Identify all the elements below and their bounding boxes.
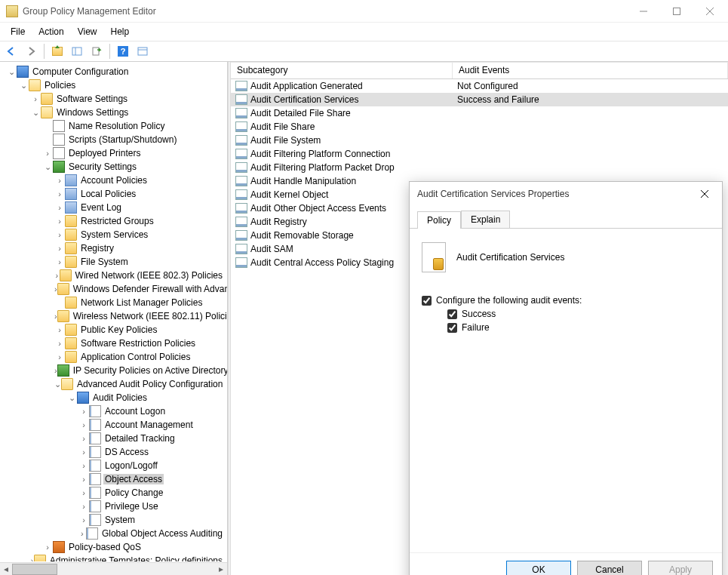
tree-item[interactable]: ›Software Settings	[3, 92, 227, 106]
tree-item[interactable]: ›Software Restriction Policies	[3, 337, 227, 350]
list-item[interactable]: Audit Detailed File Share	[231, 106, 728, 120]
expand-icon[interactable]: ›	[78, 475, 89, 484]
dialog-titlebar[interactable]: Audit Certification Services Properties	[410, 182, 722, 206]
tree-item[interactable]: ›Local Policies	[3, 187, 227, 201]
expand-icon[interactable]: ›	[54, 217, 65, 226]
maximize-button[interactable]	[660, 1, 693, 22]
menu-help[interactable]: Help	[105, 25, 136, 38]
tree-item[interactable]: ›Administrative Templates: Policy defini…	[3, 554, 227, 561]
tree-item[interactable]: ›System	[3, 513, 227, 527]
expand-icon[interactable]: ›	[78, 529, 86, 538]
dialog-close-button[interactable]	[695, 184, 714, 204]
menu-action[interactable]: Action	[32, 25, 69, 38]
tree-item[interactable]: ›File System	[3, 255, 227, 269]
tree-item[interactable]: ⌄Computer Configuration	[3, 65, 227, 78]
properties-button[interactable]	[134, 43, 151, 60]
expand-icon[interactable]: ›	[78, 420, 89, 429]
scroll-right-icon[interactable]: ▸	[215, 564, 227, 575]
expand-icon[interactable]: ›	[78, 502, 89, 511]
tree-item[interactable]: ›Policy-based QoS	[3, 540, 227, 554]
list-item[interactable]: Audit Filtering Platform Packet Drop	[231, 161, 728, 174]
tree-item[interactable]: ⌄Advanced Audit Policy Configuration	[3, 377, 227, 391]
collapse-icon[interactable]: ⌄	[6, 67, 17, 77]
export-button[interactable]	[88, 43, 105, 60]
close-button[interactable]	[693, 1, 726, 22]
tree-item[interactable]: ›Logon/Logoff	[3, 459, 227, 472]
tree-item[interactable]: ›Global Object Access Auditing	[3, 527, 227, 540]
menu-view[interactable]: View	[72, 25, 103, 38]
up-button[interactable]	[49, 43, 66, 60]
expand-icon[interactable]: ›	[54, 203, 65, 212]
expand-icon[interactable]: ›	[54, 271, 60, 280]
tree-item[interactable]: ›Object Access	[3, 472, 227, 486]
expand-icon[interactable]: ›	[42, 149, 53, 158]
tree-item[interactable]: ›Event Log	[3, 201, 227, 214]
tree-item[interactable]: ›Privilege Use	[3, 500, 227, 513]
expand-icon[interactable]: ›	[54, 244, 65, 253]
help-button[interactable]: ?	[115, 43, 131, 60]
tree-item[interactable]: ›Restricted Groups	[3, 214, 227, 228]
tree-item[interactable]: ›DS Access	[3, 445, 227, 459]
expand-icon[interactable]: ›	[78, 407, 89, 416]
expand-icon[interactable]: ›	[54, 352, 65, 361]
column-audit-events[interactable]: Audit Events	[453, 63, 728, 78]
menu-file[interactable]: File	[5, 25, 31, 38]
tab-explain[interactable]: Explain	[461, 211, 510, 228]
expand-icon[interactable]: ›	[78, 488, 89, 497]
tree-item[interactable]: Scripts (Startup/Shutdown)	[3, 133, 227, 146]
expand-icon[interactable]: ›	[78, 461, 89, 470]
success-checkbox[interactable]	[447, 309, 457, 319]
scroll-left-icon[interactable]: ◂	[0, 564, 12, 575]
tree[interactable]: ⌄Computer Configuration⌄Policies›Softwar…	[0, 65, 227, 561]
list-item[interactable]: Audit Filtering Platform Connection	[231, 147, 728, 161]
apply-button[interactable]: Apply	[648, 561, 713, 575]
scroll-thumb[interactable]	[12, 564, 57, 575]
tree-item[interactable]: ›IP Security Policies on Active Director…	[3, 364, 227, 377]
tree-item[interactable]: ›Wired Network (IEEE 802.3) Policies	[3, 269, 227, 282]
tab-policy[interactable]: Policy	[417, 211, 461, 229]
tree-item[interactable]: ›Policy Change	[3, 486, 227, 500]
expand-icon[interactable]: ›	[54, 325, 65, 334]
expand-icon[interactable]: ›	[54, 189, 65, 198]
list-item[interactable]: Audit Certification ServicesSuccess and …	[231, 93, 728, 106]
list-item[interactable]: Audit Application GeneratedNot Configure…	[231, 79, 728, 93]
back-button[interactable]	[3, 43, 20, 60]
expand-icon[interactable]: ›	[78, 447, 89, 457]
tree-item[interactable]: ⌄Policies	[3, 78, 227, 92]
collapse-icon[interactable]: ⌄	[54, 380, 61, 389]
ok-button[interactable]: OK	[506, 561, 571, 575]
failure-checkbox[interactable]	[447, 323, 457, 333]
tree-item[interactable]: ⌄Audit Policies	[3, 391, 227, 404]
tree-item[interactable]: ⌄Security Settings	[3, 160, 227, 174]
expand-icon[interactable]: ›	[42, 543, 53, 552]
collapse-icon[interactable]: ⌄	[30, 108, 41, 118]
collapse-icon[interactable]: ⌄	[18, 81, 29, 91]
cancel-button[interactable]: Cancel	[577, 561, 642, 575]
tree-item[interactable]: Name Resolution Policy	[3, 119, 227, 133]
show-hide-tree-button[interactable]	[69, 43, 85, 60]
tree-item[interactable]: ›Account Logon	[3, 404, 227, 418]
list-item[interactable]: Audit File System	[231, 134, 728, 147]
tree-item[interactable]: ⌄Windows Settings	[3, 106, 227, 119]
configure-checkbox[interactable]	[422, 296, 432, 306]
tree-item[interactable]: ›Registry	[3, 241, 227, 255]
expand-icon[interactable]: ›	[54, 230, 65, 239]
tree-item[interactable]: ›Detailed Tracking	[3, 432, 227, 445]
tree-item[interactable]: ›Windows Defender Firewall with Advanced…	[3, 282, 227, 296]
tree-item[interactable]: ›Application Control Policies	[3, 350, 227, 364]
expand-icon[interactable]: ›	[54, 257, 65, 266]
collapse-icon[interactable]: ⌄	[42, 162, 53, 172]
expand-icon[interactable]: ›	[54, 176, 65, 185]
expand-icon[interactable]: ›	[78, 434, 89, 443]
expand-icon[interactable]: ›	[78, 515, 89, 524]
tree-item[interactable]: Network List Manager Policies	[3, 296, 227, 309]
expand-icon[interactable]: ›	[30, 94, 41, 103]
tree-item[interactable]: ›Deployed Printers	[3, 146, 227, 160]
tree-item[interactable]: ›Wireless Network (IEEE 802.11) Policies	[3, 309, 227, 323]
tree-hscroll[interactable]: ◂ ▸	[0, 562, 227, 575]
tree-item[interactable]: ›Account Management	[3, 418, 227, 432]
expand-icon[interactable]: ›	[54, 339, 65, 348]
forward-button[interactable]	[23, 43, 39, 60]
tree-item[interactable]: ›Account Policies	[3, 174, 227, 187]
column-subcategory[interactable]: Subcategory	[231, 63, 453, 78]
